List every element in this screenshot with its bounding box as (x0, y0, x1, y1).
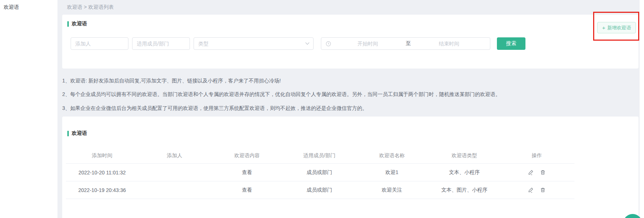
table-row: 2022-10-20 11:01:32 查看 成员或部门 欢迎1 文本、小程序 (66, 164, 574, 181)
edit-button[interactable] (528, 170, 533, 175)
list-card-title-text: 欢迎语 (72, 130, 87, 137)
cell-name: 欢迎关注 (356, 187, 428, 193)
cell-actions (501, 170, 573, 175)
cell-members: 成员或部门 (283, 187, 356, 193)
column-header-added-time: 添加时间 (66, 152, 138, 159)
cell-name: 欢迎1 (356, 169, 428, 176)
title-accent-bar (67, 21, 69, 27)
scrollbar-track[interactable] (640, 0, 644, 218)
title-accent-bar (67, 131, 69, 136)
add-welcome-message-button[interactable]: + 新增欢迎语 (597, 22, 636, 33)
note-line-3: 3、如果企业在企业微信后台为相关成员配置了可用的欢迎语，使用第三方系统配置欢迎语… (62, 105, 367, 112)
delete-button[interactable] (540, 187, 546, 193)
clock-icon (326, 41, 331, 47)
type-select[interactable] (194, 37, 314, 50)
sidebar: 欢迎语 (0, 0, 57, 218)
filter-row: 至 搜索 (62, 37, 639, 50)
cell-type: 文本、图片、小程序 (428, 187, 501, 193)
column-header-members: 适用成员/部门 (283, 152, 356, 159)
list-card: 欢迎语 添加时间 添加人 欢迎语内容 适用成员/部门 欢迎语名称 欢迎语类型 操… (62, 117, 639, 218)
edit-icon (528, 170, 533, 175)
add-welcome-message-button-label: 新增欢迎语 (607, 25, 631, 31)
members-department-input[interactable] (132, 37, 190, 50)
column-header-type: 欢迎语类型 (428, 152, 501, 159)
cell-added-time: 2022-10-19 20:43:36 (66, 187, 138, 193)
end-time-input[interactable] (412, 40, 486, 47)
filter-card-title: 欢迎语 (67, 21, 87, 27)
date-range-picker[interactable]: 至 (321, 37, 490, 50)
edit-icon (528, 187, 533, 193)
cell-actions (501, 187, 573, 193)
column-header-name: 欢迎语名称 (356, 152, 428, 159)
sidebar-item-label: 欢迎语 (4, 4, 19, 10)
delete-button[interactable] (540, 170, 546, 175)
note-line-2: 2、每个企业成员均可以拥有不同的欢迎语。当部门欢迎语和个人专属的欢迎语并存的情况… (62, 91, 501, 98)
table-header-row: 添加时间 添加人 欢迎语内容 适用成员/部门 欢迎语名称 欢迎语类型 操作 (66, 148, 574, 164)
chevron-down-icon (305, 42, 310, 45)
view-content-link[interactable]: 查看 (211, 169, 283, 176)
edit-button[interactable] (528, 187, 533, 193)
cell-type: 文本、小程序 (428, 169, 501, 176)
note-line-1: 1、欢迎语: 新好友添加后自动回复,可添加文字、图片、链接以及小程序，客户来了不… (62, 78, 281, 84)
column-header-adder: 添加人 (138, 152, 211, 159)
list-card-title: 欢迎语 (67, 130, 87, 137)
welcome-message-table: 添加时间 添加人 欢迎语内容 适用成员/部门 欢迎语名称 欢迎语类型 操作 20… (66, 148, 574, 199)
delete-icon (540, 187, 546, 193)
view-content-link[interactable]: 查看 (211, 187, 283, 193)
type-select-input[interactable] (194, 37, 314, 50)
filter-card-title-text: 欢迎语 (72, 21, 87, 27)
breadcrumb: 欢迎语 > 欢迎语列表 (67, 4, 114, 11)
cell-added-time: 2022-10-20 11:01:32 (66, 170, 138, 175)
date-range-separator: 至 (404, 40, 412, 47)
cell-members: 成员或部门 (283, 169, 356, 176)
adder-input[interactable] (71, 37, 128, 50)
search-button[interactable]: 搜索 (497, 37, 525, 50)
table-row: 2022-10-19 20:43:36 查看 成员或部门 欢迎关注 文本、图片、… (66, 181, 574, 199)
start-time-input[interactable] (331, 40, 404, 47)
plus-icon: + (602, 25, 606, 30)
column-header-content: 欢迎语内容 (211, 152, 283, 159)
sidebar-item-welcome-message[interactable]: 欢迎语 (0, 0, 57, 11)
filter-card: 欢迎语 + 新增欢迎语 至 搜索 (62, 15, 639, 69)
column-header-actions: 操作 (501, 152, 573, 159)
delete-icon (540, 170, 546, 175)
